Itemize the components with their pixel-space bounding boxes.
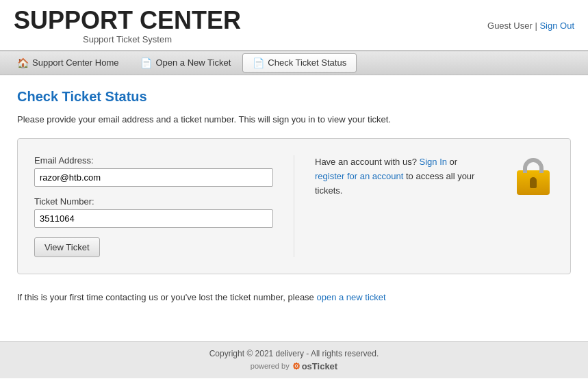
lock-icon <box>513 155 554 203</box>
nav-check-status-label: Check Ticket Status <box>268 57 346 68</box>
new-ticket-icon: 📄 <box>140 57 152 68</box>
home-icon: 🏠 <box>17 57 29 68</box>
intro-text: Please provide your email address and a … <box>17 113 571 127</box>
account-info-text: Have an account with us? Sign In or regi… <box>315 155 486 198</box>
check-status-icon: 📄 <box>253 57 264 68</box>
separator: | <box>535 21 537 31</box>
email-input[interactable] <box>34 168 273 187</box>
lock-body <box>517 170 550 195</box>
nav-home-label: Support Center Home <box>32 57 118 68</box>
or-text: or <box>450 157 458 167</box>
bottom-note-prefix: If this is your first time contacting us… <box>17 292 314 302</box>
page-header: SUPPORT CENTER Support Ticket System Gue… <box>0 0 588 51</box>
site-subtitle: Support Ticket System <box>14 34 241 44</box>
sign-in-link[interactable]: Sign In <box>420 157 447 167</box>
main-content: Check Ticket Status Please provide your … <box>0 75 588 321</box>
copyright-text: Copyright © 2021 delivery - All rights r… <box>14 349 574 358</box>
nav-new-ticket-label: Open a New Ticket <box>155 57 231 68</box>
osticket-logo: ⚙ osTicket <box>292 361 338 371</box>
brand: SUPPORT CENTER Support Ticket System <box>14 7 241 44</box>
nav-item-home[interactable]: 🏠 Support Center Home <box>7 53 129 73</box>
nav-item-check-status[interactable]: 📄 Check Ticket Status <box>242 53 357 73</box>
page-footer: Copyright © 2021 delivery - All rights r… <box>0 341 588 378</box>
logo-icon: ⚙ <box>292 361 301 371</box>
ticket-number-input[interactable] <box>34 209 273 228</box>
form-sidebar: Have an account with us? Sign In or regi… <box>294 155 554 257</box>
sign-out-link[interactable]: Sign Out <box>539 21 574 31</box>
ticket-label: Ticket Number: <box>34 196 273 207</box>
check-status-form-container: Email Address: Ticket Number: View Ticke… <box>17 138 571 274</box>
email-label: Email Address: <box>34 155 273 166</box>
register-link[interactable]: register for an account <box>315 171 403 181</box>
bottom-note: If this is your first time contacting us… <box>17 288 571 307</box>
open-new-ticket-link[interactable]: open a new ticket <box>316 292 385 302</box>
view-ticket-button[interactable]: View Ticket <box>34 237 100 257</box>
navigation: 🏠 Support Center Home 📄 Open a New Ticke… <box>0 51 588 75</box>
have-account-text: Have an account with us? <box>315 157 417 167</box>
user-area: Guest User | Sign Out <box>487 21 574 31</box>
page-title: Check Ticket Status <box>17 89 571 105</box>
powered-by: powered by ⚙ osTicket <box>14 361 574 371</box>
form-fields: Email Address: Ticket Number: View Ticke… <box>34 155 294 257</box>
product-name: osTicket <box>302 361 338 371</box>
powered-by-label: powered by <box>251 362 290 370</box>
lock-keyhole <box>530 177 537 188</box>
nav-item-new-ticket[interactable]: 📄 Open a New Ticket <box>130 53 241 73</box>
lock-shackle <box>523 158 544 173</box>
guest-user-label: Guest User <box>487 21 533 31</box>
site-title: SUPPORT CENTER <box>14 7 241 34</box>
